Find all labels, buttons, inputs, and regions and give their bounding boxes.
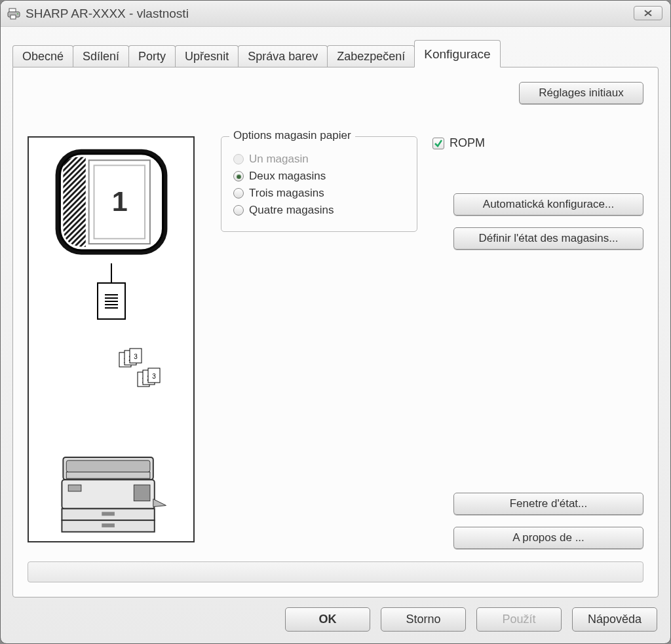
apply-button[interactable]: Použít	[476, 607, 562, 632]
radio-icon	[233, 171, 244, 181]
tab-security[interactable]: Zabezpečení	[327, 45, 415, 67]
define-tray-state-button[interactable]: Définir l'état des magasins...	[453, 227, 643, 250]
svg-marker-27	[153, 499, 166, 507]
svg-rect-29	[102, 512, 115, 516]
button-label: A propos de ...	[512, 531, 585, 544]
document-icon	[97, 282, 126, 320]
button-label: Storno	[406, 613, 440, 626]
group-title: Options magasin papier	[229, 129, 355, 142]
radio-label: Un magasin	[249, 153, 309, 166]
about-button[interactable]: A propos de ...	[453, 527, 643, 549]
svg-text:3: 3	[152, 373, 156, 380]
button-label: Fenetre d'état...	[510, 497, 588, 510]
radio-icon	[233, 188, 244, 199]
button-label: Définir l'état des magasins...	[478, 232, 618, 244]
radio-icon	[233, 205, 244, 216]
checkbox-icon	[432, 138, 444, 149]
printer-properties-window: SHARP AR-XXXX - vlastnosti Obecné Sdílen…	[0, 0, 671, 644]
radio-three-trays[interactable]: Trois magasins	[233, 187, 405, 200]
tab-label: Sdílení	[83, 50, 119, 63]
connector-line	[111, 263, 112, 282]
window-title: SHARP AR-XXXX - vlastnosti	[26, 7, 189, 21]
tab-ports[interactable]: Porty	[128, 45, 176, 67]
svg-point-3	[17, 13, 18, 14]
options-column: Options magasin papier Un magasin Deux m…	[201, 136, 421, 549]
tab-label: Porty	[138, 50, 166, 63]
svg-rect-26	[68, 485, 81, 492]
svg-text:3: 3	[134, 353, 138, 360]
svg-rect-31	[102, 523, 115, 527]
tab-colormgmt[interactable]: Správa barev	[238, 45, 328, 67]
paper-tray-options-group: Options magasin papier Un magasin Deux m…	[221, 136, 417, 232]
radio-two-trays[interactable]: Deux magasins	[233, 170, 405, 183]
collate-icon: 1 2 3 1 2 3	[118, 346, 170, 395]
radio-label: Trois magasins	[249, 187, 324, 200]
tab-label: Zabezpečení	[337, 50, 405, 63]
button-label: Réglages initiaux	[539, 86, 623, 99]
cancel-button[interactable]: Storno	[381, 607, 466, 632]
button-label: OK	[319, 613, 337, 626]
close-button[interactable]	[634, 6, 662, 20]
radio-label: Quatre magasins	[249, 204, 334, 217]
tab-label: Upřesnit	[185, 50, 229, 63]
svg-rect-22	[66, 461, 150, 472]
printer-preview: 1 1 2 3	[28, 136, 195, 542]
help-button[interactable]: Nápověda	[572, 607, 657, 632]
ok-button[interactable]: OK	[285, 607, 370, 632]
status-strip	[28, 561, 643, 582]
button-label: Automatická konfigurace...	[483, 198, 614, 210]
tab-configuration[interactable]: Konfigurace	[414, 40, 500, 67]
button-label: Použít	[502, 613, 535, 626]
right-column: ROPM Automatická konfigurace... Définir …	[427, 136, 643, 549]
tab-advanced[interactable]: Upřesnit	[175, 45, 239, 67]
tab-label: Správa barev	[248, 50, 318, 63]
checkbox-label: ROPM	[450, 136, 485, 150]
printer-icon	[7, 7, 20, 20]
tab-general[interactable]: Obecné	[12, 45, 73, 67]
auto-config-button[interactable]: Automatická konfigurace...	[453, 193, 643, 216]
tab-label: Obecné	[22, 50, 64, 63]
svg-rect-25	[134, 485, 150, 502]
tray-icon: 1	[49, 144, 174, 260]
svg-rect-2	[10, 15, 16, 19]
initial-settings-button[interactable]: Réglages initiaux	[519, 82, 643, 104]
tab-strip: Obecné Sdílení Porty Upřesnit Správa bar…	[12, 40, 659, 67]
close-icon	[643, 9, 653, 17]
tray-number-text: 1	[111, 185, 127, 217]
dialog-body: Obecné Sdílení Porty Upřesnit Správa bar…	[1, 27, 670, 643]
status-window-button[interactable]: Fenetre d'état...	[453, 493, 643, 515]
tab-sharing[interactable]: Sdílení	[73, 45, 129, 67]
radio-icon	[233, 154, 244, 164]
radio-label: Deux magasins	[249, 170, 326, 183]
tab-panel-configuration: Réglages initiaux	[12, 67, 659, 597]
radio-four-trays[interactable]: Quatre magasins	[233, 204, 405, 217]
dialog-button-row: OK Storno Použít Nápověda	[285, 607, 657, 632]
titlebar: SHARP AR-XXXX - vlastnosti	[1, 1, 670, 27]
radio-one-tray: Un magasin	[233, 153, 405, 166]
tab-label: Konfigurace	[424, 47, 490, 61]
svg-rect-23	[66, 472, 150, 479]
printer-graphic	[56, 454, 167, 538]
ropm-checkbox-row[interactable]: ROPM	[432, 136, 643, 150]
button-label: Nápověda	[588, 613, 642, 626]
